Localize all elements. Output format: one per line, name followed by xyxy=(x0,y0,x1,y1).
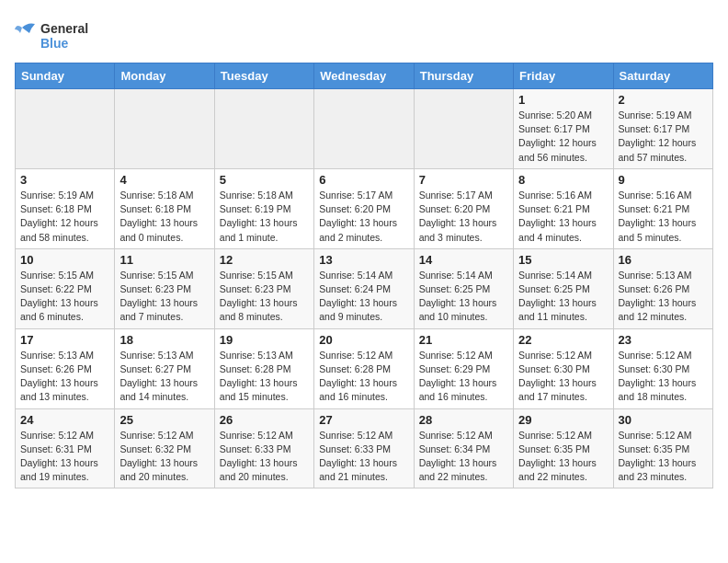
header-thursday: Thursday xyxy=(414,63,513,89)
calendar-cell: 11Sunrise: 5:15 AM Sunset: 6:23 PM Dayli… xyxy=(115,248,214,328)
logo: General Blue xyxy=(15,15,107,55)
day-number: 28 xyxy=(419,413,508,427)
calendar-cell: 14Sunrise: 5:14 AM Sunset: 6:25 PM Dayli… xyxy=(414,248,513,328)
calendar-cell: 28Sunrise: 5:12 AM Sunset: 6:34 PM Dayli… xyxy=(414,408,513,488)
calendar-week-5: 24Sunrise: 5:12 AM Sunset: 6:31 PM Dayli… xyxy=(16,408,713,488)
day-info: Sunrise: 5:20 AM Sunset: 6:17 PM Dayligh… xyxy=(518,109,608,165)
day-number: 11 xyxy=(119,253,209,267)
day-number: 5 xyxy=(220,173,309,187)
calendar-cell: 15Sunrise: 5:14 AM Sunset: 6:25 PM Dayli… xyxy=(514,248,613,328)
day-info: Sunrise: 5:19 AM Sunset: 6:18 PM Dayligh… xyxy=(20,189,109,245)
svg-text:Blue: Blue xyxy=(40,36,69,51)
day-info: Sunrise: 5:14 AM Sunset: 6:24 PM Dayligh… xyxy=(319,269,408,325)
day-number: 6 xyxy=(319,173,408,187)
calendar-cell: 19Sunrise: 5:13 AM Sunset: 6:28 PM Dayli… xyxy=(214,328,313,408)
calendar-cell: 20Sunrise: 5:12 AM Sunset: 6:28 PM Dayli… xyxy=(314,328,414,408)
header-saturday: Saturday xyxy=(613,63,712,89)
day-number: 16 xyxy=(619,253,708,267)
day-number: 24 xyxy=(20,413,109,427)
day-number: 10 xyxy=(20,253,109,267)
calendar-cell: 4Sunrise: 5:18 AM Sunset: 6:18 PM Daylig… xyxy=(115,168,214,248)
calendar-cell: 3Sunrise: 5:19 AM Sunset: 6:18 PM Daylig… xyxy=(16,168,115,248)
day-info: Sunrise: 5:17 AM Sunset: 6:20 PM Dayligh… xyxy=(319,189,408,245)
calendar-cell: 7Sunrise: 5:17 AM Sunset: 6:20 PM Daylig… xyxy=(414,168,513,248)
day-info: Sunrise: 5:12 AM Sunset: 6:28 PM Dayligh… xyxy=(319,349,408,405)
calendar-cell: 1Sunrise: 5:20 AM Sunset: 6:17 PM Daylig… xyxy=(514,89,613,169)
logo-svg: General Blue xyxy=(15,15,107,55)
day-info: Sunrise: 5:19 AM Sunset: 6:17 PM Dayligh… xyxy=(619,109,708,165)
day-number: 1 xyxy=(518,93,608,107)
day-info: Sunrise: 5:13 AM Sunset: 6:26 PM Dayligh… xyxy=(619,269,708,325)
day-info: Sunrise: 5:15 AM Sunset: 6:22 PM Dayligh… xyxy=(20,269,109,325)
page-header: General Blue xyxy=(15,15,713,55)
calendar-cell: 23Sunrise: 5:12 AM Sunset: 6:30 PM Dayli… xyxy=(613,328,712,408)
calendar-cell: 25Sunrise: 5:12 AM Sunset: 6:32 PM Dayli… xyxy=(115,408,214,488)
day-number: 18 xyxy=(119,333,209,347)
day-number: 8 xyxy=(518,173,608,187)
header-tuesday: Tuesday xyxy=(214,63,313,89)
day-number: 2 xyxy=(619,93,708,107)
day-number: 30 xyxy=(619,413,708,427)
day-info: Sunrise: 5:12 AM Sunset: 6:34 PM Dayligh… xyxy=(419,429,508,485)
calendar-cell: 21Sunrise: 5:12 AM Sunset: 6:29 PM Dayli… xyxy=(414,328,513,408)
day-number: 15 xyxy=(518,253,608,267)
day-info: Sunrise: 5:12 AM Sunset: 6:33 PM Dayligh… xyxy=(220,429,309,485)
header-sunday: Sunday xyxy=(16,63,115,89)
calendar-header-row: SundayMondayTuesdayWednesdayThursdayFrid… xyxy=(16,63,713,89)
calendar-cell: 2Sunrise: 5:19 AM Sunset: 6:17 PM Daylig… xyxy=(613,89,712,169)
calendar-cell: 29Sunrise: 5:12 AM Sunset: 6:35 PM Dayli… xyxy=(514,408,613,488)
calendar-cell: 27Sunrise: 5:12 AM Sunset: 6:33 PM Dayli… xyxy=(314,408,414,488)
day-number: 19 xyxy=(220,333,309,347)
header-friday: Friday xyxy=(514,63,613,89)
day-number: 23 xyxy=(619,333,708,347)
calendar-cell: 12Sunrise: 5:15 AM Sunset: 6:23 PM Dayli… xyxy=(214,248,313,328)
day-info: Sunrise: 5:12 AM Sunset: 6:33 PM Dayligh… xyxy=(319,429,408,485)
calendar-cell: 30Sunrise: 5:12 AM Sunset: 6:35 PM Dayli… xyxy=(613,408,712,488)
day-info: Sunrise: 5:15 AM Sunset: 6:23 PM Dayligh… xyxy=(220,269,309,325)
calendar-table: SundayMondayTuesdayWednesdayThursdayFrid… xyxy=(15,63,713,488)
calendar-body: 1Sunrise: 5:20 AM Sunset: 6:17 PM Daylig… xyxy=(16,89,713,488)
day-number: 13 xyxy=(319,253,408,267)
day-info: Sunrise: 5:12 AM Sunset: 6:31 PM Dayligh… xyxy=(20,429,109,485)
calendar-cell xyxy=(115,89,214,169)
day-number: 4 xyxy=(119,173,209,187)
day-number: 14 xyxy=(419,253,508,267)
day-info: Sunrise: 5:12 AM Sunset: 6:30 PM Dayligh… xyxy=(619,349,708,405)
day-number: 17 xyxy=(20,333,109,347)
calendar-cell: 9Sunrise: 5:16 AM Sunset: 6:21 PM Daylig… xyxy=(613,168,712,248)
calendar-cell xyxy=(16,89,115,169)
day-info: Sunrise: 5:18 AM Sunset: 6:19 PM Dayligh… xyxy=(220,189,309,245)
day-info: Sunrise: 5:15 AM Sunset: 6:23 PM Dayligh… xyxy=(119,269,209,325)
day-number: 25 xyxy=(119,413,209,427)
day-info: Sunrise: 5:17 AM Sunset: 6:20 PM Dayligh… xyxy=(419,189,508,245)
calendar-cell: 26Sunrise: 5:12 AM Sunset: 6:33 PM Dayli… xyxy=(214,408,313,488)
day-info: Sunrise: 5:12 AM Sunset: 6:32 PM Dayligh… xyxy=(119,429,209,485)
calendar-cell: 5Sunrise: 5:18 AM Sunset: 6:19 PM Daylig… xyxy=(214,168,313,248)
calendar-week-3: 10Sunrise: 5:15 AM Sunset: 6:22 PM Dayli… xyxy=(16,248,713,328)
header-wednesday: Wednesday xyxy=(314,63,414,89)
calendar-cell xyxy=(214,89,313,169)
day-info: Sunrise: 5:16 AM Sunset: 6:21 PM Dayligh… xyxy=(619,189,708,245)
day-info: Sunrise: 5:16 AM Sunset: 6:21 PM Dayligh… xyxy=(518,189,608,245)
calendar-cell: 18Sunrise: 5:13 AM Sunset: 6:27 PM Dayli… xyxy=(115,328,214,408)
day-number: 27 xyxy=(319,413,408,427)
header-monday: Monday xyxy=(115,63,214,89)
day-number: 21 xyxy=(419,333,508,347)
calendar-week-1: 1Sunrise: 5:20 AM Sunset: 6:17 PM Daylig… xyxy=(16,89,713,169)
calendar-cell: 22Sunrise: 5:12 AM Sunset: 6:30 PM Dayli… xyxy=(514,328,613,408)
calendar-cell: 13Sunrise: 5:14 AM Sunset: 6:24 PM Dayli… xyxy=(314,248,414,328)
calendar-week-4: 17Sunrise: 5:13 AM Sunset: 6:26 PM Dayli… xyxy=(16,328,713,408)
day-number: 3 xyxy=(20,173,109,187)
calendar-cell: 17Sunrise: 5:13 AM Sunset: 6:26 PM Dayli… xyxy=(16,328,115,408)
day-info: Sunrise: 5:14 AM Sunset: 6:25 PM Dayligh… xyxy=(518,269,608,325)
day-info: Sunrise: 5:18 AM Sunset: 6:18 PM Dayligh… xyxy=(119,189,209,245)
day-number: 7 xyxy=(419,173,508,187)
day-number: 9 xyxy=(619,173,708,187)
day-info: Sunrise: 5:12 AM Sunset: 6:30 PM Dayligh… xyxy=(518,349,608,405)
day-info: Sunrise: 5:12 AM Sunset: 6:35 PM Dayligh… xyxy=(619,429,708,485)
calendar-cell: 24Sunrise: 5:12 AM Sunset: 6:31 PM Dayli… xyxy=(16,408,115,488)
day-number: 12 xyxy=(220,253,309,267)
day-number: 26 xyxy=(220,413,309,427)
calendar-cell xyxy=(314,89,414,169)
calendar-cell xyxy=(414,89,513,169)
